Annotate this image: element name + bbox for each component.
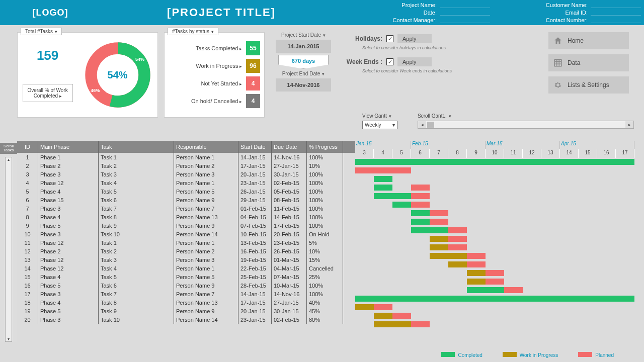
table-header: IDMain PhaseTaskResponsibleStart DateDue…: [17, 141, 355, 153]
gantt-bar[interactable]: [411, 202, 430, 208]
gantt-bar[interactable]: [355, 167, 411, 173]
scroll-right-button[interactable]: ▸: [625, 121, 633, 128]
dates-column: Project Start Date 14-Jan-2015 670 days …: [271, 32, 336, 92]
info-value[interactable]: [591, 2, 641, 8]
gantt-bar[interactable]: [355, 159, 634, 165]
table-row[interactable]: 12Phase 2Task 2Person Name 216-Feb-1526-…: [17, 247, 355, 255]
table-row[interactable]: 3Phase 3Task 3Person Name 320-Jan-1530-J…: [17, 170, 355, 178]
col-header[interactable]: Main Phase: [38, 141, 99, 153]
holidays-apply-button[interactable]: Apply: [397, 34, 432, 43]
weekends-apply-button[interactable]: Apply: [397, 57, 432, 66]
info-label: Email ID:: [565, 10, 588, 16]
gantt-scrollbar[interactable]: ◂ ▸: [418, 121, 634, 129]
view-gantt-label[interactable]: View Gantt: [362, 113, 397, 119]
gantt-bar[interactable]: [430, 236, 448, 242]
end-date-label[interactable]: Project End Date: [282, 71, 325, 76]
scroll-gantt-label[interactable]: Scroll Gantt..: [418, 113, 634, 119]
table-row[interactable]: 17Phase 3Task 7Person Name 714-Jan-1514-…: [17, 290, 355, 298]
table-row[interactable]: 18Phase 4Task 8Person Name 1317-Jan-1527…: [17, 298, 355, 307]
gantt-bar[interactable]: [374, 176, 392, 182]
info-value[interactable]: [440, 10, 490, 16]
gantt-bar[interactable]: [355, 304, 374, 310]
status-name[interactable]: On hold/ Cancelled: [169, 98, 246, 104]
gantt-bar[interactable]: [430, 244, 448, 250]
info-value[interactable]: [591, 17, 641, 23]
table-row[interactable]: 15Phase 4Task 5Person Name 525-Feb-1507-…: [17, 273, 355, 281]
week-label: 8: [448, 149, 467, 158]
task-vertical-scrollbar[interactable]: ▴▾: [5, 157, 12, 342]
gantt-bar[interactable]: [430, 219, 448, 225]
status-name[interactable]: Not Yet Started: [169, 80, 246, 86]
gantt-row: [355, 166, 644, 175]
gantt-bar[interactable]: [448, 261, 467, 267]
gantt-bar[interactable]: [411, 227, 448, 233]
status-dropdown[interactable]: #Tasks by status: [168, 28, 218, 35]
gantt-bar[interactable]: [467, 287, 504, 293]
gantt-bar[interactable]: [411, 193, 430, 199]
home-button[interactable]: Home: [548, 32, 629, 49]
lists-settings-button[interactable]: Lists & Settings: [548, 76, 629, 94]
gantt-bar[interactable]: [355, 296, 634, 302]
gantt-bar[interactable]: [430, 210, 448, 216]
weekends-label: Week Ends :: [342, 58, 382, 65]
scroll-thumb[interactable]: [427, 122, 434, 128]
col-header[interactable]: Task: [99, 141, 174, 153]
weekends-checkbox[interactable]: ✓: [386, 58, 393, 65]
gantt-bar[interactable]: [374, 321, 411, 327]
col-header[interactable]: Start Date: [238, 141, 272, 153]
table-row[interactable]: 9Phase 5Task 9Person Name 907-Feb-1517-F…: [17, 221, 355, 230]
data-button[interactable]: Data: [548, 54, 629, 71]
info-value[interactable]: [440, 2, 490, 8]
table-row[interactable]: 16Phase 5Task 6Person Name 928-Feb-1510-…: [17, 281, 355, 290]
gantt-bar[interactable]: [448, 227, 467, 233]
info-value[interactable]: [440, 17, 490, 23]
gantt-bar[interactable]: [374, 313, 392, 319]
gantt-bar[interactable]: [411, 321, 430, 327]
table-row[interactable]: 1Phase 1Task 1Person Name 114-Jan-1514-N…: [17, 153, 355, 161]
gantt-bar[interactable]: [504, 287, 523, 293]
table-row[interactable]: 19Phase 5Task 9Person Name 920-Jan-1530-…: [17, 307, 355, 315]
overall-pct-button[interactable]: Overall % of Work Completed: [23, 84, 73, 102]
col-header[interactable]: ID: [17, 141, 38, 153]
info-value[interactable]: [591, 10, 641, 16]
col-header[interactable]: Due Date: [272, 141, 307, 153]
gantt-bar[interactable]: [374, 304, 392, 310]
status-name[interactable]: Work in Progress: [169, 63, 246, 69]
gantt-bar[interactable]: [411, 210, 430, 216]
table-row[interactable]: 5Phase 4Task 5Person Name 526-Jan-1505-F…: [17, 187, 355, 196]
table-row[interactable]: 13Phase 12Task 3Person Name 319-Feb-1501…: [17, 255, 355, 264]
col-header[interactable]: Responsible: [174, 141, 238, 153]
scroll-left-button[interactable]: ◂: [418, 121, 426, 128]
table-row[interactable]: 11Phase 12Task 1Person Name 113-Feb-1523…: [17, 238, 355, 247]
gantt-bar[interactable]: [392, 202, 411, 208]
table-row[interactable]: 10Phase 3Task 10Person Name 1410-Feb-152…: [17, 230, 355, 238]
gantt-bar[interactable]: [467, 279, 486, 285]
gantt-bar[interactable]: [392, 313, 411, 319]
gantt-bar[interactable]: [467, 261, 486, 267]
gantt-bar[interactable]: [430, 253, 467, 259]
gantt-bar[interactable]: [486, 279, 504, 285]
total-tasks-dropdown[interactable]: Total #Tasks: [21, 28, 62, 35]
table-row[interactable]: 20Phase 3Task 10Person Name 1423-Jan-150…: [17, 315, 355, 324]
gantt-bar[interactable]: [486, 270, 504, 276]
gantt-bar[interactable]: [374, 185, 392, 191]
status-name[interactable]: Tasks Completed: [169, 45, 246, 51]
gantt-bar[interactable]: [448, 236, 467, 242]
table-row[interactable]: 6Phase 15Task 6Person Name 929-Jan-1508-…: [17, 196, 355, 204]
table-row[interactable]: 8Phase 4Task 8Person Name 1304-Feb-1514-…: [17, 213, 355, 221]
gantt-bar[interactable]: [467, 253, 486, 259]
table-row[interactable]: 14Phase 12Task 4Person Name 122-Feb-1504…: [17, 264, 355, 273]
gantt-bar[interactable]: [448, 244, 467, 250]
gantt-bar[interactable]: [411, 185, 430, 191]
gantt-bar[interactable]: [374, 193, 411, 199]
home-label: Home: [568, 37, 584, 44]
start-date-label[interactable]: Project Start Date: [281, 32, 326, 38]
table-row[interactable]: 4Phase 12Task 4Person Name 123-Jan-1502-…: [17, 178, 355, 187]
gantt-bar[interactable]: [411, 219, 430, 225]
table-row[interactable]: 7Phase 3Task 7Person Name 701-Feb-1511-F…: [17, 204, 355, 213]
table-row[interactable]: 2Phase 2Task 2Person Name 217-Jan-1527-J…: [17, 161, 355, 170]
col-header[interactable]: % Progress: [307, 141, 343, 153]
view-gantt-select[interactable]: Weekly▾: [362, 121, 397, 129]
holidays-checkbox[interactable]: ✓: [386, 35, 393, 42]
gantt-bar[interactable]: [467, 270, 486, 276]
